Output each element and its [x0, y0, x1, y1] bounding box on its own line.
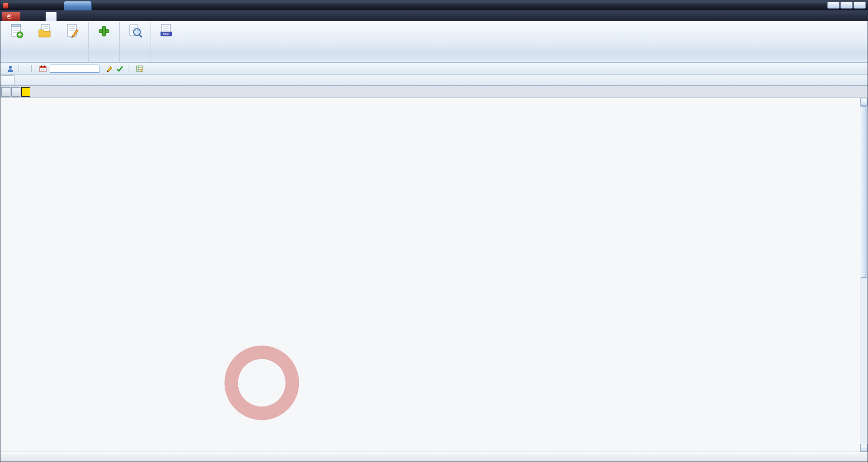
watermark [214, 335, 311, 430]
print-preview-icon [128, 23, 142, 39]
application-tabs [0, 10, 868, 21]
tab-stranica-a2[interactable] [11, 87, 20, 97]
dopuna-na-postojeci-obrazac-button[interactable] [59, 22, 87, 56]
context-tab-header[interactable] [64, 1, 92, 10]
vertical-scrollbar[interactable] [860, 98, 868, 452]
user-icon [7, 65, 14, 72]
close-button[interactable] [854, 2, 866, 9]
kreiraj-novi-obrazac-button[interactable] [3, 22, 31, 56]
ribbon-group-label [90, 56, 118, 62]
tab-joppd-obrazac[interactable] [46, 12, 57, 21]
tab-moduli[interactable] [2, 12, 20, 21]
tab-joppd[interactable] [21, 12, 32, 21]
open-form-icon [38, 23, 52, 39]
ribbon-group-ispis [120, 22, 151, 62]
amend-form-icon [66, 23, 80, 39]
page-tabs [0, 86, 868, 98]
status-toolbar [0, 63, 868, 75]
app-icon [3, 3, 9, 9]
tab-stranica-a1[interactable] [1, 87, 10, 97]
ribbon-group-izrada [1, 22, 89, 62]
app-window: XML [0, 0, 868, 462]
tab-stranica-b[interactable] [21, 87, 30, 97]
maximize-button[interactable] [840, 2, 853, 9]
scrollbar-thumb[interactable] [861, 106, 867, 278]
minimize-button[interactable] [827, 2, 840, 9]
add-row-icon [97, 23, 111, 39]
ispis-joppd-obrasca-button[interactable] [121, 22, 149, 56]
grid-area [0, 98, 868, 462]
ribbon-group-xml: XML [151, 22, 182, 62]
separator [31, 65, 32, 72]
new-form-icon [10, 23, 24, 39]
ribbon-group-label [152, 56, 180, 62]
ribbon-group-red [89, 22, 120, 62]
news-table-icon [136, 65, 143, 72]
moduli-icon [7, 14, 12, 19]
document-tab-joppd-obrazac[interactable] [1, 75, 14, 85]
ribbon: XML [0, 21, 868, 63]
title-bar [0, 0, 868, 10]
otvori-postojeci-button[interactable] [31, 22, 59, 56]
legend-bar [0, 452, 868, 462]
godina-input[interactable] [50, 65, 99, 73]
kreiraj-xml-joppd-datoteku-button[interactable]: XML [152, 22, 180, 56]
scroll-up-button[interactable] [860, 98, 868, 106]
watermark-logo-ring [214, 336, 309, 430]
ribbon-group-label [3, 56, 87, 62]
dodaj-red-button[interactable] [90, 22, 118, 56]
virmani-edit-icon [106, 65, 113, 72]
window-controls [827, 2, 866, 9]
scroll-down-button[interactable] [860, 444, 868, 452]
document-tab-bar [0, 75, 868, 86]
calendar-icon [39, 65, 47, 72]
virmani-check-icon [116, 65, 123, 72]
close-document-icon[interactable] [857, 76, 864, 84]
separator [128, 65, 128, 72]
ribbon-group-label [121, 56, 149, 62]
separator [19, 65, 19, 72]
xml-file-icon: XML [160, 23, 173, 39]
svg-text:XML: XML [163, 32, 170, 36]
